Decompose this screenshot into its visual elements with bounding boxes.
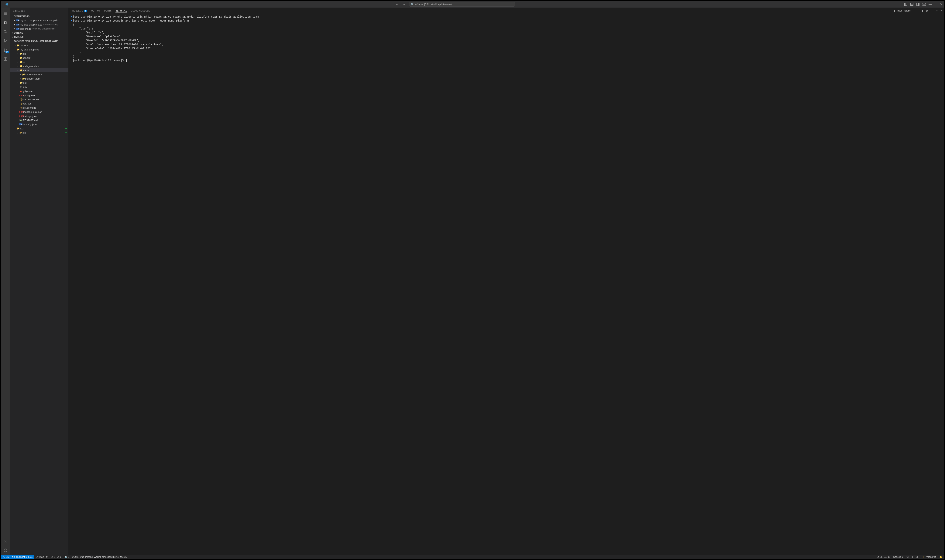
- activity-explorer-icon[interactable]: [1, 18, 10, 27]
- terminal-name[interactable]: bash - teams: [897, 9, 910, 12]
- tree-item[interactable]: { }cdk.context.json: [10, 97, 68, 102]
- tree-item[interactable]: ⌄📂zzz: [10, 126, 68, 131]
- chevron-down-icon[interactable]: ⌄: [17, 131, 19, 134]
- toggle-secondary-sidebar-icon[interactable]: [916, 3, 919, 6]
- activity-source-control-icon[interactable]: 14: [1, 45, 10, 54]
- chevron-down-icon: ⌄: [11, 40, 14, 43]
- tree-item[interactable]: ›📁test: [10, 81, 68, 85]
- activity-accounts-icon[interactable]: [1, 537, 10, 546]
- svg-point-5: [5, 550, 6, 551]
- tree-item[interactable]: ⌄📂teams: [10, 68, 68, 72]
- open-editor-item[interactable]: ●TSmy-eks-blueprints.ts~/my-eks-bluep...: [10, 23, 68, 27]
- activity-extensions-icon[interactable]: [1, 54, 10, 63]
- tree-item[interactable]: { }cdk.json: [10, 102, 68, 106]
- remote-indicator[interactable]: ⇋ SSH: eks-blueprint-remote: [1, 555, 34, 559]
- chevron-right-icon[interactable]: ›: [17, 65, 19, 68]
- tree-item-label: teams: [23, 69, 29, 72]
- maximize-panel-icon[interactable]: ⌃: [936, 10, 938, 12]
- window-maximize-icon[interactable]: [935, 3, 937, 5]
- terminal-line: ●[ec2-user@ip-10-0-14-195 teams]$ aws ia…: [71, 19, 942, 23]
- typescript-file-icon: TS: [16, 20, 20, 22]
- explorer-more-icon[interactable]: ···: [63, 10, 65, 12]
- close-panel-icon[interactable]: ✕: [940, 10, 942, 12]
- chevron-right-icon[interactable]: ›: [17, 61, 19, 63]
- timeline-header[interactable]: › TIMELINE: [10, 35, 68, 39]
- activity-search-icon[interactable]: [1, 27, 10, 36]
- svg-point-0: [4, 31, 6, 32]
- chevron-right-icon[interactable]: ›: [19, 73, 22, 76]
- tab-ports[interactable]: PORTS: [104, 10, 112, 12]
- tree-item-label: README.md: [23, 119, 38, 122]
- status-encoding[interactable]: UTF-8: [905, 555, 914, 558]
- status-eol[interactable]: LF: [914, 555, 920, 558]
- window-minimize-icon[interactable]: —: [928, 2, 932, 6]
- sync-icon: ⟳: [46, 555, 48, 558]
- tree-item[interactable]: ›📁bin: [10, 52, 68, 56]
- svg-point-1: [4, 48, 5, 49]
- tree-item[interactable]: ›📁platform-team: [10, 77, 68, 81]
- chevron-down-icon[interactable]: ⌄: [14, 48, 17, 51]
- tree-item[interactable]: TStsconfig.json: [10, 122, 68, 126]
- tree-item[interactable]: ⌄📂bin: [10, 131, 68, 135]
- open-editor-path: ~/my-eks...: [49, 19, 60, 22]
- terminal-profile-icon[interactable]: [892, 10, 895, 12]
- tab-problems[interactable]: PROBLEMS 1: [71, 10, 87, 12]
- close-editor-icon[interactable]: ✕: [13, 28, 16, 30]
- chevron-down-icon[interactable]: ⌄: [14, 127, 17, 130]
- open-editor-item[interactable]: ✕TSpipeline.ts~/my-eks-blueprints/lib: [10, 27, 68, 31]
- tree-item[interactable]: M↓README.md: [10, 118, 68, 122]
- activity-settings-icon[interactable]: [1, 546, 10, 555]
- panel-more-icon[interactable]: ···: [931, 10, 933, 12]
- open-editor-item[interactable]: ●TSmy-eks-blueprints-stack.ts~/my-eks...: [10, 18, 68, 23]
- open-editors-header[interactable]: ⌄ OPEN EDITORS: [10, 14, 68, 18]
- toggle-primary-sidebar-icon[interactable]: [904, 3, 907, 6]
- chevron-right-icon[interactable]: ›: [17, 57, 19, 59]
- nav-back-icon[interactable]: ←: [396, 3, 399, 6]
- tree-item[interactable]: npmpackage-lock.json: [10, 110, 68, 114]
- terminal-line: ●}: [71, 55, 942, 58]
- command-center[interactable]: 🔍 ec2-user [SSH: eks-blueprint-remote]: [409, 2, 515, 7]
- tab-debug-console[interactable]: DEBUG CONSOLE: [131, 10, 150, 12]
- braces-icon: { }: [922, 555, 923, 558]
- activity-menu-icon[interactable]: [1, 9, 10, 18]
- tab-terminal[interactable]: TERMINAL: [115, 10, 127, 12]
- toggle-panel-icon[interactable]: [910, 3, 913, 6]
- status-language[interactable]: { }TypeScript: [920, 555, 937, 558]
- window-close-icon[interactable]: ✕: [940, 3, 942, 6]
- chevron-right-icon[interactable]: ›: [14, 44, 17, 47]
- new-terminal-dropdown-icon[interactable]: ＋⌄: [913, 10, 918, 12]
- tab-output[interactable]: OUTPUT: [91, 10, 100, 12]
- status-problems[interactable]: ⓧ1 ⚠0: [49, 555, 63, 558]
- status-spaces[interactable]: Spaces: 2: [892, 555, 905, 558]
- chevron-right-icon[interactable]: ›: [17, 52, 19, 55]
- status-ports[interactable]: 📡0: [63, 555, 71, 558]
- tree-item[interactable]: JSjest.config.js: [10, 106, 68, 110]
- tree-item[interactable]: ›📁cdk.out: [10, 56, 68, 60]
- chevron-right-icon: ›: [11, 32, 14, 34]
- tree-item[interactable]: ›📁application-team: [10, 72, 68, 77]
- tree-item[interactable]: npmpackage.json: [10, 114, 68, 118]
- tree-item[interactable]: ⚙.env: [10, 85, 68, 89]
- chevron-down-icon[interactable]: ⌄: [17, 69, 19, 72]
- activity-run-debug-icon[interactable]: [1, 36, 10, 45]
- tree-item[interactable]: ›📁cdk.out: [10, 43, 68, 48]
- tree-item[interactable]: ⌄📂my-eks-blueprints: [10, 48, 68, 52]
- notifications-icon[interactable]: 🔔: [937, 555, 944, 558]
- kill-terminal-icon[interactable]: 🗑: [926, 10, 928, 12]
- terminal-line: ● "User": {: [71, 27, 942, 31]
- terminal[interactable]: ●[ec2-user@ip-10-0-14-195 my-eks-bluepri…: [69, 14, 944, 555]
- split-terminal-icon[interactable]: [920, 10, 923, 12]
- workspace-header[interactable]: ⌄ EC2-USER [SSH: EKS-BLUEPRINT-REMOTE]: [10, 39, 68, 43]
- nav-forward-icon[interactable]: →: [402, 3, 405, 6]
- tree-item[interactable]: ›📁lib: [10, 60, 68, 64]
- file-tree[interactable]: ›📁cdk.out⌄📂my-eks-blueprints›📁bin›📁cdk.o…: [10, 43, 68, 555]
- chevron-right-icon[interactable]: ›: [19, 77, 22, 80]
- customize-layout-icon[interactable]: [922, 3, 925, 6]
- status-branch[interactable]: ⎇ main ⟳: [34, 555, 49, 558]
- tree-item[interactable]: ◆.gitignore: [10, 89, 68, 93]
- status-cursor[interactable]: Ln 36, Col 18: [875, 555, 892, 558]
- chevron-right-icon[interactable]: ›: [17, 82, 19, 84]
- tree-item[interactable]: npm.npmignore: [10, 93, 68, 97]
- tree-item[interactable]: ›📁node_modules: [10, 64, 68, 68]
- outline-header[interactable]: › OUTLINE: [10, 31, 68, 35]
